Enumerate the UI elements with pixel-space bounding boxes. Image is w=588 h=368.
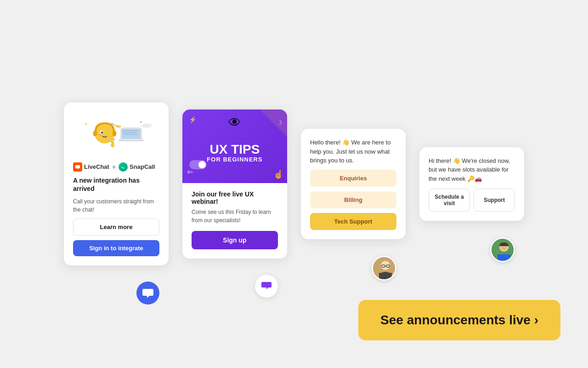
svg-text:·: ·: [89, 137, 90, 140]
svg-text:✦: ✦: [84, 121, 88, 126]
eye-decoration: 👁: [228, 115, 241, 130]
card-integration: ✦ ✦ · · LiveC: [64, 103, 169, 265]
webinar-desc: Come see us this Friday to learn from ou…: [192, 208, 278, 224]
deco-crescent: ☽: [277, 119, 283, 126]
svg-rect-27: [379, 273, 392, 281]
svg-point-23: [141, 125, 146, 127]
svg-point-13: [98, 134, 102, 136]
card1-desc: Call your customers straight from the ch…: [73, 197, 159, 214]
ux-tips-title: UX TIPS: [207, 143, 262, 156]
svg-point-9: [116, 125, 121, 128]
deco-bolt: ⚡: [189, 116, 197, 123]
chat-bubble-card2[interactable]: [255, 275, 278, 298]
deco-hand: ☝: [273, 169, 283, 179]
sign-in-button[interactable]: Sign in to integrate: [73, 240, 159, 256]
ux-tips-text: UX TIPS FOR BEGINNERS: [207, 143, 262, 163]
snapcall-icon: [119, 162, 128, 172]
card1-wrapper: ✦ ✦ · · LiveC: [64, 103, 169, 265]
plus-separator: +: [112, 163, 116, 171]
cta-label: See announcements live ›: [380, 313, 538, 327]
see-announcements-cta[interactable]: See announcements live ›: [358, 300, 560, 340]
chat-bubble-card1[interactable]: [136, 282, 159, 305]
learn-more-button[interactable]: Learn more: [73, 218, 159, 236]
svg-text:✦: ✦: [139, 120, 142, 124]
livechat-logo: LiveChat: [73, 162, 109, 172]
svg-point-12: [101, 132, 103, 133]
svg-rect-33: [498, 254, 510, 262]
signup-button[interactable]: Sign up: [192, 231, 278, 249]
integration-logos: LiveChat + SnapCall: [73, 162, 159, 172]
card3-wrapper: Hello there! 👋 We are here to help you. …: [301, 129, 406, 239]
svg-text:·: ·: [146, 130, 147, 133]
mascot-illustration: ✦ ✦ · ·: [73, 112, 159, 158]
enquiries-button[interactable]: Enquiries: [310, 170, 396, 187]
card1-title: A new integration has arrived: [73, 176, 159, 193]
card2-body: Join our free live UX webinar! Come see …: [182, 183, 287, 259]
card-schedule: Hi there! 👋 We're closed now, but we hav…: [419, 147, 524, 221]
schedule-message: Hi there! 👋 We're closed now, but we hav…: [429, 156, 515, 184]
chat-greeting: Hello there! 👋 We are here to help you. …: [310, 138, 396, 165]
card-chat-widget: Hello there! 👋 We are here to help you. …: [301, 129, 406, 239]
billing-button[interactable]: Billing: [310, 191, 396, 208]
ux-tips-subtitle: FOR BEGINNERS: [207, 156, 262, 163]
card2-wrapper: 👁 ⇐ ☽ ☝ ⚡ UX TIPS FOR BEGINNERS: [182, 109, 287, 259]
svg-rect-15: [113, 131, 116, 136]
avatar-card3: [372, 256, 396, 281]
livechat-label: LiveChat: [84, 163, 109, 170]
triangle-decoration: [260, 109, 287, 137]
svg-point-16: [111, 144, 114, 147]
svg-point-22: [147, 124, 152, 127]
tech-support-button[interactable]: Tech Support: [310, 213, 396, 230]
webinar-title: Join our free live UX webinar!: [192, 190, 278, 205]
ux-tips-header: 👁 ⇐ ☽ ☝ ⚡ UX TIPS FOR BEGINNERS: [182, 109, 287, 183]
toggle-knob: [198, 161, 206, 168]
toggle-deco: [189, 160, 207, 169]
support-button[interactable]: Support: [474, 189, 515, 212]
snapcall-logo: SnapCall: [119, 162, 155, 172]
avatar-card4: [490, 237, 515, 262]
livechat-icon: [73, 162, 82, 172]
schedule-visit-button[interactable]: Schedule a visit: [429, 189, 470, 212]
svg-rect-14: [93, 131, 97, 136]
card4-wrapper: Hi there! 👋 We're closed now, but we hav…: [419, 147, 524, 221]
card-ux-tips: 👁 ⇐ ☽ ☝ ⚡ UX TIPS FOR BEGINNERS: [182, 109, 287, 259]
snapcall-label: SnapCall: [130, 163, 155, 170]
schedule-buttons: Schedule a visit Support: [429, 189, 515, 212]
